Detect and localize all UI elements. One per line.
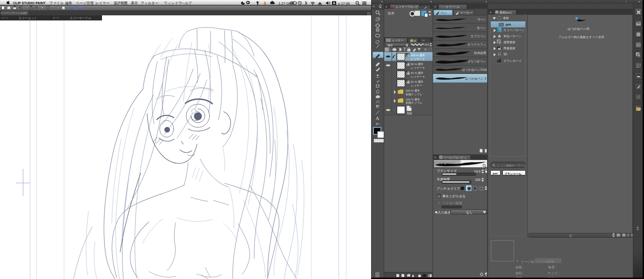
svg-text:A: A bbox=[376, 115, 380, 121]
